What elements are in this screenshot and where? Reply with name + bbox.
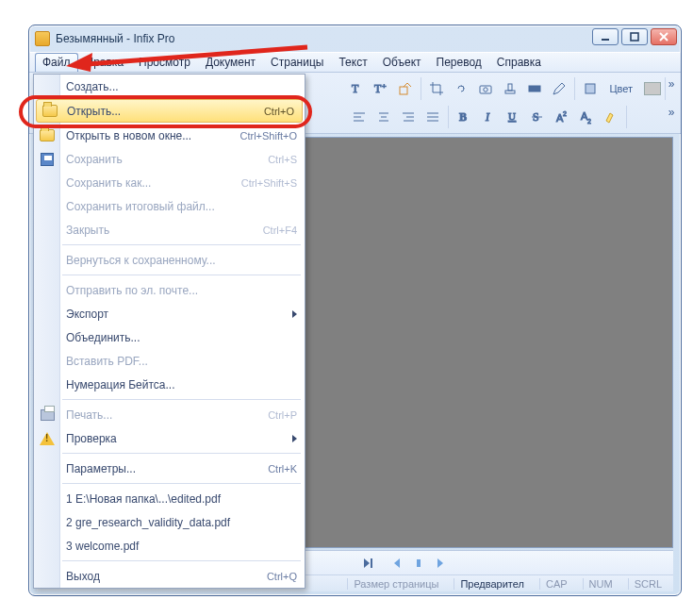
text-plus-tool-icon[interactable]: T+ [370,77,392,100]
svg-rect-13 [586,84,595,93]
menu-document[interactable]: Документ [198,53,263,72]
maximize-button[interactable] [621,28,648,45]
svg-text:+: + [382,82,387,91]
submenu-arrow-icon [292,310,297,318]
menu-recent-1[interactable]: 1 E:\Новая папка\...\edited.pdf [34,487,305,510]
menu-open-new-label: Открыть в новом окне... [66,129,191,142]
print-icon [39,407,56,424]
object-tool-icon[interactable] [394,77,417,100]
link-tool-icon[interactable] [450,77,472,100]
camera-tool-icon[interactable] [474,77,497,100]
stamp-tool-icon[interactable] [499,77,521,100]
menu-parameters-shortcut: Ctrl+K [268,463,297,474]
color-label: Цвет [603,83,638,94]
menu-bates-label: Нумерация Бейтса... [66,378,175,391]
svg-text:U: U [508,110,516,122]
menu-separator [62,244,301,245]
open-folder-icon-2 [39,127,56,144]
svg-text:I: I [485,110,490,124]
menu-print: Печать... Ctrl+P [34,403,305,426]
menu-recent-3[interactable]: 3 welcome.pdf [34,534,305,558]
menu-save-as: Сохранить как... Ctrl+Shift+S [34,171,305,194]
subscript-icon[interactable]: A2 [575,106,598,128]
nav-next-icon[interactable] [429,554,450,573]
svg-rect-1 [631,33,638,41]
highlight-icon[interactable] [600,106,622,128]
menu-separator [62,483,301,484]
menu-check-label: Проверка [66,432,117,445]
menu-save-shortcut: Ctrl+S [268,154,297,165]
align-right-icon[interactable] [397,106,420,128]
redact-tool-icon[interactable] [523,77,546,100]
menu-exit-label: Выход [66,570,100,583]
menu-bar: Файл Правка Просмотр Документ Страницы Т… [29,52,681,73]
toolbar-overflow-icon[interactable]: » [666,77,677,100]
align-left-icon[interactable] [348,106,371,128]
title-bar: Безымянный - Infix Pro [29,25,681,52]
bold-icon[interactable]: B [453,106,475,128]
menu-text[interactable]: Текст [331,53,374,72]
minimize-button[interactable] [592,28,619,45]
menu-exit-shortcut: Ctrl+Q [267,571,297,582]
menu-exit[interactable]: Выход Ctrl+Q [34,564,305,588]
toolbar-overflow-icon-2[interactable]: » [666,106,677,128]
pencil-tool-icon[interactable] [548,77,570,100]
svg-text:2: 2 [563,110,567,117]
menu-open-shortcut: Ctrl+O [264,106,294,117]
menu-open[interactable]: Открыть... Ctrl+O [36,99,303,123]
menu-merge-label: Объединить... [66,331,140,344]
menu-print-label: Печать... [66,408,112,422]
menu-pages[interactable]: Страницы [263,53,331,72]
text-tool-icon[interactable]: T [345,77,368,100]
italic-icon[interactable]: I [477,106,500,128]
menu-help[interactable]: Справка [489,53,549,72]
menu-revert: Вернуться к сохраненному... [34,248,305,272]
menu-close-shortcut: Ctrl+F4 [263,225,297,236]
align-center-icon[interactable] [372,106,395,128]
menu-merge[interactable]: Объединить... [34,325,305,349]
menu-parameters[interactable]: Параметры... Ctrl+K [34,457,305,480]
menu-open-new-window[interactable]: Открыть в новом окне... Ctrl+Shift+O [34,124,305,147]
svg-text:2: 2 [587,118,591,125]
menu-bates[interactable]: Нумерация Бейтса... [34,373,305,396]
svg-text:T: T [374,82,382,95]
align-justify-icon[interactable] [421,106,444,128]
svg-rect-11 [508,84,512,91]
menu-save-final: Сохранить итоговый файл... [34,194,305,218]
menu-translate[interactable]: Перевод [429,53,489,72]
nav-prev-icon[interactable] [388,554,408,573]
menu-close: Закрыть Ctrl+F4 [34,218,305,241]
svg-rect-7 [400,87,407,94]
menu-create[interactable]: Создать... [34,75,305,98]
superscript-icon[interactable]: A2 [551,106,573,128]
menu-edit[interactable]: Правка [78,53,132,72]
menu-revert-label: Вернуться к сохраненному... [66,254,216,267]
menu-save-as-label: Сохранить как... [66,176,151,190]
menu-export[interactable]: Экспорт [34,302,305,325]
status-num: NUM [583,578,619,590]
menu-object[interactable]: Объект [375,53,429,72]
close-button[interactable] [651,28,677,45]
strike-icon[interactable]: S [526,106,549,128]
color-swatch[interactable] [644,82,661,95]
menu-save-final-label: Сохранить итоговый файл... [66,200,215,213]
menu-check[interactable]: Проверка [34,426,305,450]
menu-open-label: Открыть... [67,105,121,118]
menu-view[interactable]: Просмотр [131,53,198,72]
menu-separator [62,275,301,275]
menu-open-new-shortcut: Ctrl+Shift+O [239,130,297,142]
menu-file[interactable]: Файл [35,53,78,72]
status-preview[interactable]: Предварител [454,578,530,590]
svg-rect-12 [529,86,540,92]
underline-icon[interactable]: U [502,106,524,128]
menu-save-label: Сохранить [66,153,123,166]
nav-last-stop-icon[interactable] [357,554,378,573]
nav-pager-icon[interactable] [408,554,429,573]
svg-text:B: B [459,110,467,124]
menu-recent-2[interactable]: 2 gre_research_validity_data.pdf [34,510,305,534]
menu-parameters-label: Параметры... [66,462,136,475]
crop-tool-icon[interactable] [425,77,448,100]
menu-separator [62,399,301,400]
menu-recent-2-label: 2 gre_research_validity_data.pdf [66,516,230,529]
shape-tool-icon[interactable] [579,77,602,100]
